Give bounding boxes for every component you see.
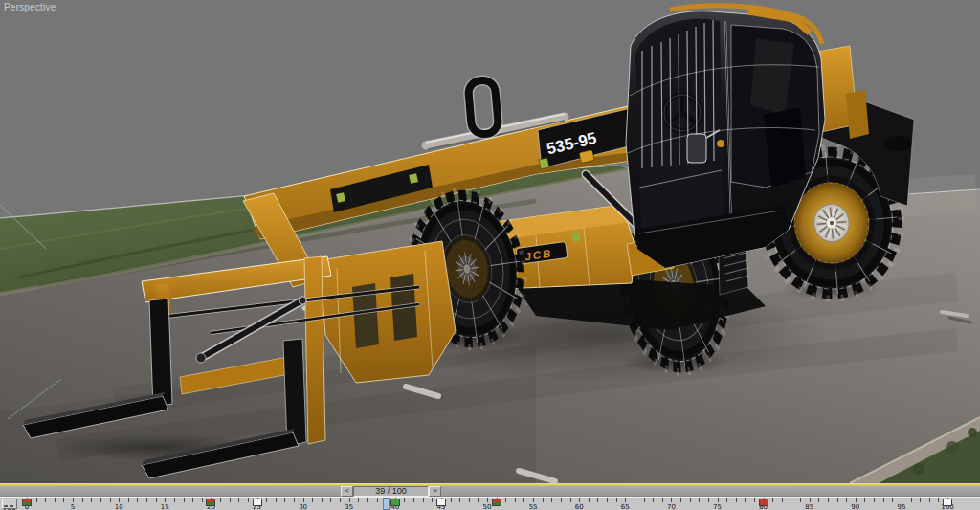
frame-tick: [523, 498, 524, 502]
frame-tick: [294, 498, 295, 502]
frame-tick: [248, 498, 249, 502]
frame-tick: [55, 498, 56, 502]
viewport-scene: JCB 535-95: [0, 0, 980, 483]
frame-tick: [561, 498, 562, 502]
frame-tick: [73, 498, 74, 502]
frame-tick: [137, 498, 138, 502]
frame-tick-label: 30: [299, 504, 307, 510]
frame-tick: [736, 498, 737, 502]
time-slider-value[interactable]: 39 / 100: [353, 486, 429, 497]
frame-tick: [543, 498, 544, 502]
frame-tick: [625, 498, 626, 502]
frame-tick: [174, 498, 175, 502]
next-frame-button[interactable]: >: [429, 486, 441, 497]
frame-tick: [837, 498, 838, 502]
frame-tick-label: 75: [713, 504, 722, 510]
frame-tick-label: 95: [897, 504, 905, 510]
frame-tick-label: 50: [483, 504, 492, 510]
frame-tick: [459, 498, 460, 502]
frame-tick: [818, 498, 819, 502]
frame-tick: [368, 498, 368, 502]
frame-tick: [100, 498, 101, 502]
animation-key-frame-100[interactable]: [943, 499, 952, 506]
frame-tick: [726, 498, 727, 502]
frame-tick: [82, 498, 83, 502]
frame-tick: [589, 498, 590, 502]
perspective-viewport[interactable]: JCB 535-95: [0, 0, 980, 483]
current-frame-marker: [383, 498, 390, 510]
animation-key-frame-51[interactable]: [492, 499, 501, 506]
previous-frame-button[interactable]: <: [341, 486, 353, 497]
frame-tick: [45, 498, 46, 502]
frame-tick: [340, 498, 341, 502]
time-slider-handle[interactable]: < 39 / 100 >: [341, 486, 441, 497]
frame-tick-label: 15: [161, 504, 169, 510]
frame-tick: [184, 498, 185, 502]
frame-tick: [938, 498, 939, 502]
frame-tick-label: 85: [805, 504, 813, 510]
frame-tick: [220, 498, 221, 502]
frame-tick: [864, 498, 865, 502]
frame-tick: [266, 498, 267, 502]
track-bar[interactable]: 0510152025303540455055606570758085909510…: [0, 497, 980, 510]
frame-tick: [856, 498, 857, 502]
frame-tick-label: 55: [529, 504, 538, 510]
animation-key-frame-40[interactable]: [390, 499, 400, 506]
frame-tick: [902, 498, 902, 502]
time-slider-track[interactable]: < 39 / 100 >: [0, 486, 980, 497]
frame-tick: [322, 498, 323, 502]
frame-tick: [377, 498, 378, 502]
frame-tick: [551, 498, 552, 502]
frame-tick: [570, 498, 571, 502]
frame-tick: [330, 498, 331, 502]
animation-key-frame-20[interactable]: [206, 499, 215, 506]
animation-key-frame-0[interactable]: [22, 499, 32, 506]
marker-light: [717, 140, 724, 147]
frame-tick: [718, 498, 719, 502]
frame-tick: [63, 498, 64, 502]
frame-tick: [800, 498, 801, 502]
open-mini-curve-editor-button[interactable]: [2, 499, 17, 509]
frame-tick: [533, 498, 534, 502]
frame-tick: [699, 498, 700, 502]
frame-tick: [165, 498, 166, 502]
frame-tick: [607, 498, 608, 502]
frame-tick: [680, 498, 681, 502]
frame-tick: [911, 498, 912, 502]
frame-tick-label: 90: [851, 504, 859, 510]
frame-tick: [597, 498, 598, 502]
frame-tick: [192, 498, 193, 502]
viewport-label[interactable]: Perspective: [4, 2, 56, 12]
animation-key-frame-80[interactable]: [759, 499, 768, 506]
frame-tick-label: 60: [575, 504, 584, 510]
frame-tick: [128, 498, 129, 502]
frame-tick-label: 5: [71, 504, 75, 510]
frame-tick-label: 70: [667, 504, 676, 510]
frame-tick: [230, 498, 231, 502]
frame-tick: [505, 498, 506, 502]
3ds-max-viewport-window: JCB 535-95: [0, 0, 980, 510]
frame-tick: [579, 498, 580, 502]
frame-tick: [635, 498, 635, 502]
frame-tick: [644, 498, 645, 502]
frame-tick: [920, 498, 921, 502]
frame-tick: [772, 498, 773, 502]
frame-tick: [782, 498, 783, 502]
frame-tick: [156, 498, 157, 502]
frame-tick-label: 35: [345, 504, 353, 510]
frame-tick: [202, 498, 203, 502]
mirror: [687, 134, 706, 163]
frame-tick: [238, 498, 239, 502]
frame-tick: [883, 498, 884, 502]
frame-tick: [349, 498, 350, 502]
frame-tick: [432, 498, 433, 502]
frame-tick: [892, 498, 893, 502]
frame-tick: [791, 498, 791, 502]
frame-tick: [828, 498, 829, 502]
animation-key-frame-45[interactable]: [436, 499, 446, 506]
frame-tick: [810, 498, 811, 502]
frame-tick: [451, 498, 452, 502]
animation-key-frame-25[interactable]: [253, 499, 262, 506]
frame-tick: [404, 498, 405, 502]
frame-tick: [119, 498, 120, 502]
